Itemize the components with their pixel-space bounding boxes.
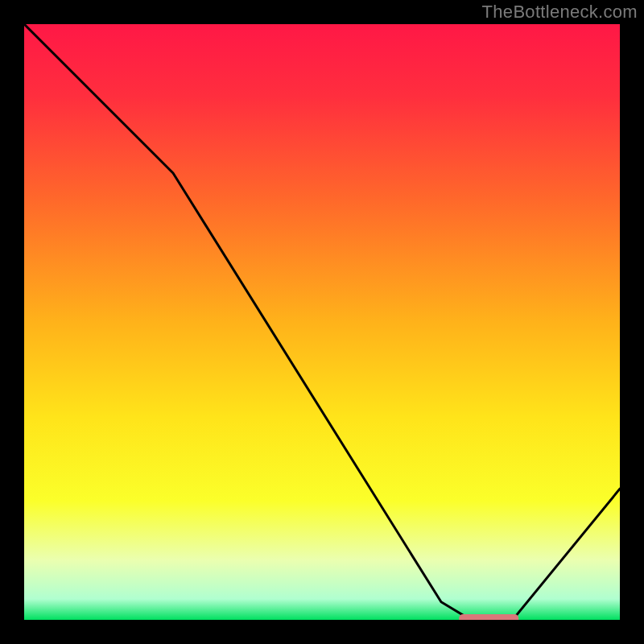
optimal-marker: [459, 614, 518, 620]
chart-frame: TheBottleneck.com: [0, 0, 644, 644]
watermark-label: TheBottleneck.com: [482, 0, 638, 23]
chart-svg: [24, 24, 620, 620]
bottleneck-chart: [24, 24, 620, 620]
